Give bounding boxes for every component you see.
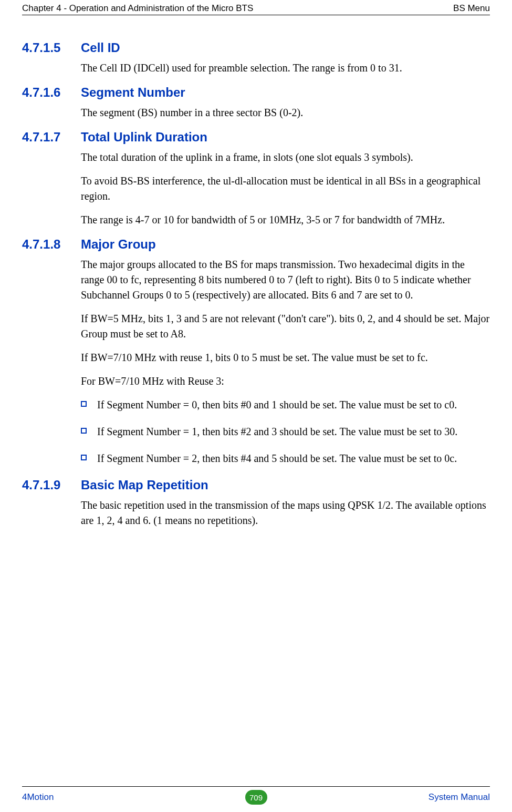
list-item-text: If Segment Number = 2, then bits #4 and … [97, 451, 457, 466]
footer-center: 709 [245, 790, 267, 805]
square-bullet-icon [81, 428, 87, 434]
section-body: The major groups allocated to the BS for… [22, 257, 490, 466]
list-item: If Segment Number = 2, then bits #4 and … [81, 451, 490, 466]
body-paragraph: If BW=5 MHz, bits 1, 3 and 5 are not rel… [81, 311, 490, 342]
list-item-text: If Segment Number = 1, then bits #2 and … [97, 424, 457, 439]
footer-left: 4Motion [22, 792, 245, 803]
heading-number: 4.7.1.9 [22, 478, 81, 492]
heading-title: Total Uplink Duration [81, 130, 207, 145]
heading-row: 4.7.1.8 Major Group [22, 237, 490, 252]
body-paragraph: If BW=7/10 MHz with reuse 1, bits 0 to 5… [81, 350, 490, 365]
body-paragraph: The major groups allocated to the BS for… [81, 257, 490, 303]
bullet-list: If Segment Number = 0, then bits #0 and … [81, 397, 490, 466]
footer-bar: 4Motion 709 System Manual [22, 786, 490, 805]
heading-row: 4.7.1.5 Cell ID [22, 40, 490, 55]
section-body: The basic repetition used in the transmi… [22, 498, 490, 528]
heading-title: Segment Number [81, 85, 185, 100]
section-basic-map-repetition: 4.7.1.9 Basic Map Repetition The basic r… [22, 478, 490, 528]
section-body: The segment (BS) number in a three secto… [22, 105, 490, 120]
section-body: The Cell ID (IDCell) used for preamble s… [22, 60, 490, 76]
body-paragraph: The segment (BS) number in a three secto… [81, 105, 490, 120]
square-bullet-icon [81, 455, 87, 460]
header-bar: Chapter 4 - Operation and Administration… [22, 0, 490, 15]
body-paragraph: The total duration of the uplink in a fr… [81, 150, 490, 165]
list-item: If Segment Number = 0, then bits #0 and … [81, 397, 490, 413]
square-bullet-icon [81, 401, 87, 407]
header-left: Chapter 4 - Operation and Administration… [22, 3, 253, 14]
heading-number: 4.7.1.7 [22, 130, 81, 145]
content-area: 4.7.1.5 Cell ID The Cell ID (IDCell) use… [22, 15, 490, 528]
list-item: If Segment Number = 1, then bits #2 and … [81, 424, 490, 439]
heading-row: 4.7.1.7 Total Uplink Duration [22, 130, 490, 145]
body-paragraph: The basic repetition used in the transmi… [81, 498, 490, 528]
page: Chapter 4 - Operation and Administration… [0, 0, 512, 812]
body-paragraph: The range is 4-7 or 10 for bandwidth of … [81, 212, 490, 228]
section-segment-number: 4.7.1.6 Segment Number The segment (BS) … [22, 85, 490, 120]
section-body: The total duration of the uplink in a fr… [22, 150, 490, 228]
body-paragraph: The Cell ID (IDCell) used for preamble s… [81, 60, 490, 76]
list-item-text: If Segment Number = 0, then bits #0 and … [97, 397, 457, 413]
page-number-badge: 709 [245, 790, 267, 805]
section-major-group: 4.7.1.8 Major Group The major groups all… [22, 237, 490, 466]
footer-right: System Manual [267, 792, 490, 803]
heading-row: 4.7.1.9 Basic Map Repetition [22, 478, 490, 492]
heading-number: 4.7.1.5 [22, 40, 81, 55]
header-right: BS Menu [453, 3, 490, 14]
body-paragraph: To avoid BS-BS interference, the ul-dl-a… [81, 173, 490, 204]
body-paragraph: For BW=7/10 MHz with Reuse 3: [81, 374, 490, 389]
heading-row: 4.7.1.6 Segment Number [22, 85, 490, 100]
heading-title: Cell ID [81, 40, 120, 55]
section-cell-id: 4.7.1.5 Cell ID The Cell ID (IDCell) use… [22, 40, 490, 76]
heading-number: 4.7.1.8 [22, 237, 81, 252]
heading-title: Major Group [81, 237, 156, 252]
heading-title: Basic Map Repetition [81, 478, 208, 492]
heading-number: 4.7.1.6 [22, 85, 81, 100]
section-total-uplink-duration: 4.7.1.7 Total Uplink Duration The total … [22, 130, 490, 228]
